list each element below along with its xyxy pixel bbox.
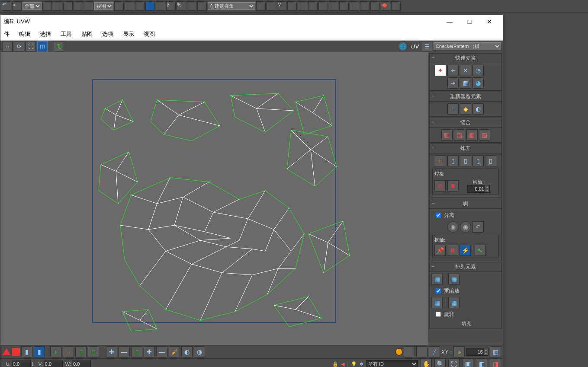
menu-file[interactable]: 件 <box>2 29 11 39</box>
nav-2-icon[interactable]: ◨ <box>490 358 501 367</box>
tool-icon-21[interactable] <box>329 1 338 11</box>
menu-select[interactable]: 选择 <box>38 29 53 39</box>
tool-icon-14[interactable] <box>197 1 207 11</box>
b-minus-icon[interactable]: — <box>119 346 130 357</box>
pin-1-icon[interactable]: 📌 <box>434 245 446 256</box>
zoom-ext-icon[interactable]: ⛶ <box>448 358 459 367</box>
pack-4-icon[interactable]: ▦ <box>448 297 459 308</box>
tool-icon-4[interactable] <box>74 1 83 11</box>
flatten-icon[interactable]: ◐ <box>472 103 484 115</box>
tool-icon-3[interactable] <box>63 1 73 11</box>
bt-1-icon[interactable] <box>404 346 415 357</box>
rotate-cw-icon[interactable]: ◔ <box>472 65 484 76</box>
b-plus-icon[interactable]: ✚ <box>106 346 117 357</box>
bt-2-icon[interactable] <box>416 346 427 357</box>
id-select[interactable]: 所有 ID <box>366 360 418 367</box>
tool-icon-24[interactable] <box>360 1 370 11</box>
pack-2-icon[interactable]: ▦ <box>448 274 459 285</box>
tool-icon-17[interactable] <box>287 1 297 11</box>
tool-icon-8[interactable] <box>135 1 145 11</box>
tool-icon-12[interactable]: % <box>177 1 186 11</box>
frame-icon[interactable]: ▣ <box>462 358 473 367</box>
vertex-mode-icon[interactable] <box>2 348 11 355</box>
mirror-tool-icon[interactable]: ⇅ <box>54 41 64 51</box>
tool-icon-7[interactable] <box>125 1 134 11</box>
tool-icon-18[interactable] <box>298 1 307 11</box>
nav-1-icon[interactable]: ◧ <box>476 358 487 367</box>
stitch-4-icon[interactable]: ▧ <box>479 129 490 140</box>
rotate-ccw-icon[interactable]: ◕ <box>472 77 484 89</box>
view-select[interactable]: 视图 <box>94 2 113 10</box>
loop-icon[interactable]: ≡ <box>88 346 99 357</box>
texture-select[interactable]: CheckerPattern （棋 <box>434 42 501 50</box>
circle-marker-icon[interactable] <box>395 348 402 355</box>
tool-icon-10[interactable] <box>156 1 165 11</box>
tool-icon-16[interactable] <box>267 1 276 11</box>
step-spinner[interactable]: ▲▼ <box>466 348 488 356</box>
align-left-icon[interactable]: ⇤ <box>447 65 459 76</box>
zoom-icon[interactable]: 🔍 <box>434 358 446 367</box>
tool-icon-9[interactable] <box>145 1 155 11</box>
uv-canvas[interactable] <box>0 52 428 345</box>
straighten-icon[interactable]: ≡ <box>447 103 459 115</box>
pack-1-icon[interactable]: ▦ <box>431 274 443 285</box>
tool-icon-2[interactable] <box>53 1 62 11</box>
element-mode-icon[interactable]: ▮ <box>34 346 45 357</box>
relax-icon[interactable]: ◆ <box>460 103 471 115</box>
bt-5-icon[interactable]: ▦ <box>490 346 501 357</box>
poly-mode-icon[interactable]: ▮ <box>21 346 32 357</box>
explode-2-icon[interactable]: ▯ <box>460 155 471 166</box>
ring-icon[interactable]: ≡ <box>75 346 87 357</box>
scale-tool-icon[interactable]: ⛶ <box>26 41 36 51</box>
weld-selected-icon[interactable]: ✖ <box>447 180 459 191</box>
rollout-header[interactable]: 重新塑造元素 <box>430 92 501 102</box>
w-input[interactable] <box>72 361 91 367</box>
minimize-button[interactable]: — <box>440 15 459 28</box>
rotate-checkbox[interactable] <box>436 312 441 317</box>
filter-select[interactable]: 全部 <box>22 2 42 10</box>
explode-1-icon[interactable]: ▯ <box>447 155 459 166</box>
tool-icon-5[interactable] <box>84 1 93 11</box>
peel-reset-icon[interactable]: ↶ <box>472 221 484 233</box>
bt-4-icon[interactable]: ⟐ <box>453 346 465 357</box>
stitch-1-icon[interactable]: ▥ <box>441 129 453 140</box>
mirror-icon[interactable]: M <box>277 1 286 11</box>
explode-4-icon[interactable]: ▯ <box>485 155 496 166</box>
stitch-3-icon[interactable]: ▦ <box>466 129 478 140</box>
pack-3-icon[interactable]: ▦ <box>431 297 443 308</box>
close-button[interactable]: ✕ <box>479 15 499 28</box>
pin-4-icon[interactable]: ↖ <box>475 245 486 256</box>
rescale-checkbox[interactable] <box>436 288 441 294</box>
align-grid-icon[interactable]: ▦ <box>460 77 471 89</box>
rollout-header[interactable]: 排列元素 <box>430 262 501 272</box>
threshold-spinner[interactable]: ▲▼ <box>467 185 490 193</box>
menu-edit[interactable]: 编辑 <box>17 29 32 39</box>
stitch-2-icon[interactable]: ▤ <box>454 129 465 140</box>
pin-2-icon[interactable]: ✖ <box>447 245 458 256</box>
rollout-header[interactable]: 快速变换 <box>430 54 501 63</box>
selection-set-select[interactable]: 创建选择集 <box>208 2 255 10</box>
break-icon[interactable]: ⌗ <box>435 155 446 166</box>
menu-display[interactable]: 显示 <box>121 29 136 39</box>
tool-icon-23[interactable] <box>350 1 359 11</box>
tool-icon-25[interactable] <box>370 1 380 11</box>
grow-icon[interactable]: + <box>50 346 61 357</box>
menu-texture[interactable]: 贴图 <box>80 29 94 39</box>
edge-mode-icon[interactable] <box>12 348 20 356</box>
bulb-icon[interactable]: 💡 <box>351 361 357 367</box>
explode-3-icon[interactable]: ▯ <box>472 155 484 166</box>
rollout-header[interactable]: 炸开 <box>430 144 501 153</box>
maximize-button[interactable]: □ <box>459 15 479 28</box>
detach-checkbox[interactable] <box>436 213 441 218</box>
lock-icon[interactable]: 🔒 <box>332 361 338 367</box>
undo-icon[interactable]: ↶ <box>2 1 11 11</box>
bt-3-icon[interactable]: ╱ <box>429 346 440 357</box>
window-titlebar[interactable]: 编辑 UVW — □ ✕ <box>0 15 503 28</box>
paint-icon[interactable]: 🖌 <box>169 346 180 357</box>
soft-sel2-icon[interactable]: ◑ <box>194 346 205 357</box>
b-minus2-icon[interactable]: — <box>156 346 167 357</box>
tool-icon-26[interactable] <box>391 1 401 11</box>
wave-icon[interactable]: ≈ <box>12 1 22 11</box>
pivot-center-icon[interactable]: ✦ <box>435 65 446 76</box>
menu-view[interactable]: 视图 <box>142 29 157 39</box>
